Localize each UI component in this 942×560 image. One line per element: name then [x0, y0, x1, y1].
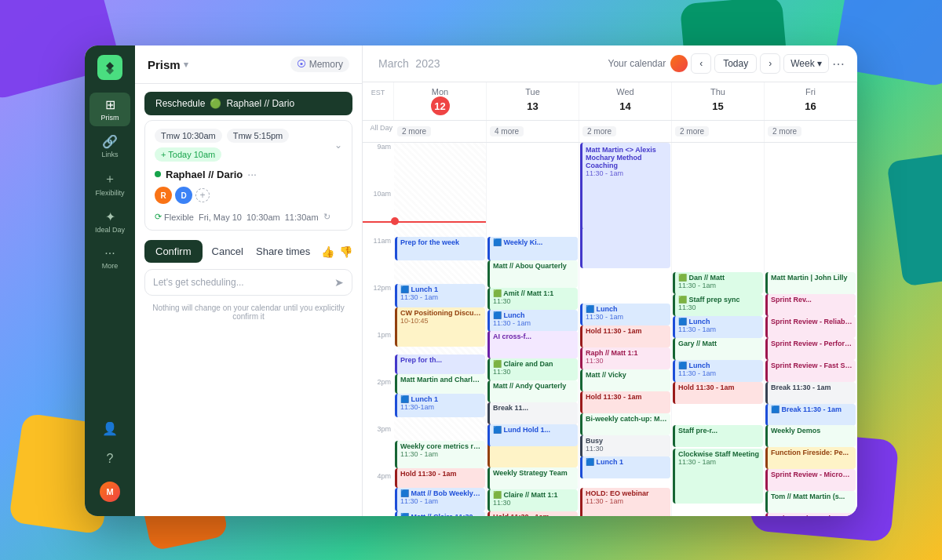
calendar-event[interactable]: Hold 11:30 - 1am: [395, 468, 485, 488]
time-10am: 10am: [363, 190, 394, 237]
share-times-button[interactable]: Share times: [253, 240, 313, 263]
sidebar-item-links[interactable]: 🔗 Links: [89, 129, 130, 163]
time-9am: 9am: [363, 143, 394, 190]
calendar-event[interactable]: Sprint Review - Shareat...: [765, 513, 856, 516]
sidebar-help[interactable]: ?: [89, 447, 130, 471]
calendar-event[interactable]: CW Positioning Discussion10-10:45: [395, 307, 485, 347]
sidebar-item-idealday[interactable]: ✦ Ideal Day: [89, 205, 130, 238]
calendar-event[interactable]: 🟦 Lund Hold 1...: [487, 424, 578, 446]
day-header-thu: Thu 15: [672, 82, 765, 120]
flexibility-icon: ＋: [104, 171, 116, 187]
all-day-label: All Day: [363, 121, 394, 142]
calendar-event[interactable]: 🟦 Lunch 111:30-1am: [395, 394, 485, 417]
calendar-event[interactable]: 🟩 Amit // Matt 1:111:30: [487, 288, 578, 310]
week-select[interactable]: Week ▾: [783, 54, 829, 73]
calendar-event[interactable]: Matt // Andy Quarterly: [487, 380, 578, 402]
next-week-button[interactable]: ›: [760, 53, 780, 74]
calendar-event[interactable]: 🟩 Staff prep sync11:30: [673, 294, 763, 316]
calendar-event[interactable]: Hold 11:30 - 1am: [580, 325, 670, 347]
calendar-event[interactable]: Sprint Review - Perform...: [765, 338, 856, 360]
disclaimer-text: Nothing will change on your calendar unt…: [135, 300, 362, 329]
calendar-event[interactable]: Weekly core metrics re...11:30 - 1am: [395, 441, 485, 468]
thumbs-down-icon[interactable]: 👎: [339, 245, 352, 258]
calendar-event[interactable]: Sprint Review - Fast Sc...: [765, 360, 856, 382]
calendar-event[interactable]: Break 11:30 - 1am: [765, 382, 856, 404]
confirm-button[interactable]: Confirm: [144, 240, 203, 263]
sidebar-add-user[interactable]: 👤: [89, 416, 130, 441]
calendar-event[interactable]: 🟦 Lunch11:30 - 1am: [487, 310, 578, 332]
more-pill-thu[interactable]: 2 more: [675, 126, 709, 136]
time-pills: Tmw 10:30am Tmw 5:15pm + Today 10am: [155, 129, 334, 162]
calendar-event[interactable]: Hold 11:30 - 1am: [580, 391, 670, 413]
sidebar-item-flexibility[interactable]: ＋ Flexibility: [89, 166, 130, 202]
calendar-event[interactable]: Matt // Vicky: [580, 369, 670, 391]
event-options-button[interactable]: ···: [247, 168, 257, 180]
calendar-event[interactable]: 🟩 Claire and Dan11:30: [487, 358, 578, 380]
calendar-event[interactable]: 🟦 Lunch 1: [580, 456, 670, 478]
time-pill-today[interactable]: + Today 10am: [155, 147, 221, 162]
calendar-event[interactable]: Hold 11:30 - 1am: [487, 511, 578, 516]
calendar-event[interactable]: 🟦 Break 11:30 - 1am: [765, 404, 856, 426]
calendar-event[interactable]: Clockwise Staff Meeting11:30 - 1am: [673, 449, 763, 504]
wed-column: Matt Martin <> Alexis Mochary Method Coa…: [579, 143, 672, 516]
calendar-event[interactable]: Tom // Matt Martin (s...: [765, 491, 856, 513]
cancel-button[interactable]: Cancel: [209, 240, 246, 263]
calendar-event[interactable]: Prep for the week: [395, 237, 485, 260]
calendar-event[interactable]: 🟦 Lunch11:30 - 1am: [673, 316, 763, 338]
time-pill-tmw1[interactable]: Tmw 10:30am: [155, 129, 222, 143]
calendar-event[interactable]: Function Fireside: Pe...: [765, 447, 856, 469]
calendar-event[interactable]: Matt // Abou Quarterly: [487, 260, 578, 288]
calendar-event-mochary[interactable]: Matt Martin <> Alexis Mochary Method Coa…: [580, 143, 670, 229]
more-pill-mon[interactable]: 2 more: [397, 126, 431, 136]
more-pill-wed[interactable]: 2 more: [582, 126, 616, 136]
prism-title[interactable]: Prism ▾: [148, 58, 188, 71]
prev-week-button[interactable]: ‹: [691, 53, 711, 74]
sidebar-item-prism[interactable]: ⊞ Prism: [89, 93, 130, 126]
reschedule-event-name: Raphael // Dario: [226, 98, 294, 109]
thumbs-up-icon[interactable]: 👍: [321, 245, 334, 258]
app-logo[interactable]: [97, 55, 122, 80]
calendar-event[interactable]: Weekly Demos: [765, 425, 856, 447]
send-button[interactable]: ➤: [334, 276, 344, 289]
today-button[interactable]: Today: [714, 54, 757, 73]
calendar-event[interactable]: 🟩 Dan // Matt11:30 - 1am: [673, 272, 763, 294]
calendar-event[interactable]: Bi-weekly catch-up: Ma...: [580, 413, 670, 435]
sidebar-item-more[interactable]: ··· More: [89, 242, 130, 275]
calendar-event[interactable]: Hold 11:30 - 1am: [673, 382, 763, 404]
calendar-event[interactable]: Weekly Strategy Team: [487, 467, 578, 489]
expand-button[interactable]: ⌄: [334, 140, 342, 151]
event-card: Tmw 10:30am Tmw 5:15pm + Today 10am ⌄ Ra…: [144, 120, 352, 231]
calendar-event[interactable]: Break 11...: [487, 402, 578, 424]
more-pill-fri[interactable]: 2 more: [768, 126, 801, 136]
calendar-event[interactable]: 🟦 Matt // Claire 11:30-1am: [395, 511, 485, 516]
action-buttons: Confirm Cancel Share times 👍 👎: [135, 231, 362, 269]
calendar-event[interactable]: 🟦 Lunch 111:30 - 1am: [395, 284, 485, 307]
time-pill-tmw2[interactable]: Tmw 5:15pm: [227, 129, 290, 143]
calendar-event[interactable]: Sprint Review - Microso...: [765, 469, 856, 491]
calendar-event[interactable]: Sprint Review - Reliable...: [765, 316, 856, 338]
calendar-event[interactable]: Busy11:30: [580, 435, 670, 457]
calendar-event[interactable]: Raph // Matt 1:111:30: [580, 347, 670, 369]
calendar-event[interactable]: Matt Martin | John Lilly: [765, 272, 856, 294]
more-options-button[interactable]: ⋯: [832, 56, 845, 71]
calendar-event[interactable]: Matt Martin and Charle...: [395, 374, 485, 394]
calendar-event[interactable]: 🟩 Claire // Matt 1:111:30: [487, 489, 578, 511]
calendar-event[interactable]: Prep for th...: [395, 355, 485, 374]
more-pill-tue[interactable]: 4 more: [490, 126, 524, 136]
calendar-event[interactable]: 🟦 Lunch11:30 - 1am: [673, 360, 763, 382]
sidebar-label-flexibility: Flexibility: [95, 189, 124, 197]
calendar-event[interactable]: 🟦 Weekly Ki...: [487, 237, 578, 260]
calendar-event[interactable]: AI cross-f...: [487, 331, 578, 358]
time-labels: 9am 10am 11am 12pm 1pm 2pm 3pm 4pm 5pm 6…: [363, 143, 394, 516]
sidebar: ⊞ Prism 🔗 Links ＋ Flexibility ✦ Ideal Da…: [85, 45, 135, 516]
memory-badge[interactable]: ⦿ Memory: [290, 56, 349, 72]
calendar-event[interactable]: Staff pre-r...: [673, 425, 763, 447]
calendar-event[interactable]: HOLD: EO webinar11:30 - 1am: [580, 488, 670, 516]
event-name: Raphael // Dario ···: [155, 168, 342, 180]
add-attendee-button[interactable]: +: [195, 188, 210, 202]
calendar-event[interactable]: 🟦 Lunch11:30 - 1am: [580, 304, 670, 325]
calendar-event[interactable]: 🟦 Matt // Bob Weekly 1:111:30 - 1am: [395, 488, 485, 511]
sidebar-profile[interactable]: M: [89, 477, 130, 507]
calendar-event[interactable]: Sprint Rev...: [765, 294, 856, 316]
calendar-event[interactable]: Gary // Matt: [673, 338, 763, 360]
